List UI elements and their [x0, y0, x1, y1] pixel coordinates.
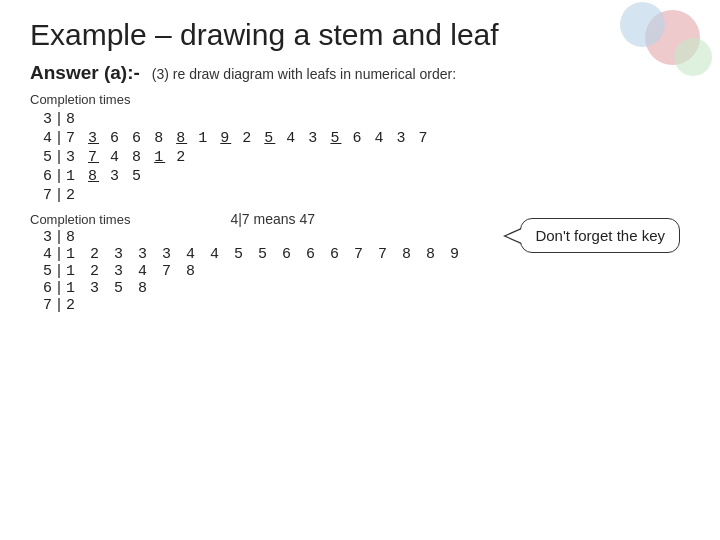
leaf-char: 8	[154, 130, 165, 147]
bar-cell: |	[52, 246, 66, 263]
leaf-char: 1	[66, 168, 77, 185]
table-row: 6|1 8 3 5	[30, 167, 430, 186]
section1: Completion times 3|84|7 3 6 6 8 8 1 9 2 …	[30, 92, 690, 205]
speech-bubble-text: Don't forget the key	[535, 227, 665, 244]
section1-label: Completion times	[30, 92, 690, 107]
leaf-char: 2	[176, 149, 187, 166]
leaf-char: 4	[286, 130, 297, 147]
leaf-char: 9	[220, 130, 231, 147]
stem-cell: 7	[30, 297, 52, 314]
section2-label: Completion times	[30, 212, 130, 227]
leaf-char: 5	[132, 168, 143, 185]
bar-cell: |	[52, 297, 66, 314]
stem-cell: 7	[30, 186, 52, 205]
stem-cell: 3	[30, 110, 52, 129]
leaf-cell: 2	[66, 186, 430, 205]
leaf-char: 3	[66, 149, 77, 166]
leaf-cell: 8	[66, 229, 462, 246]
stem-cell: 4	[30, 129, 52, 148]
bar-cell: |	[52, 167, 66, 186]
leaf-char: 3	[88, 130, 99, 147]
leaf-char: 8	[88, 168, 99, 185]
table-row: 7|2	[30, 186, 430, 205]
bar-cell: |	[52, 280, 66, 297]
deco-circle-green	[674, 38, 712, 76]
table-row: 4|1 2 3 3 3 4 4 5 5 6 6 6 7 7 8 8 9	[30, 246, 462, 263]
leaf-char: 8	[66, 111, 77, 128]
leaf-char: 8	[176, 130, 187, 147]
bar-cell: |	[52, 263, 66, 280]
leaf-char: 4	[374, 130, 385, 147]
table-row: 3|8	[30, 110, 430, 129]
leaf-cell: 1 2 3 3 3 4 4 5 5 6 6 6 7 7 8 8 9	[66, 246, 462, 263]
leaf-char: 4	[110, 149, 121, 166]
section1-table: 3|84|7 3 6 6 8 8 1 9 2 5 4 3 5 6 4 3 75|…	[30, 110, 430, 205]
leaf-char: 5	[264, 130, 275, 147]
table-row: 3|8	[30, 229, 462, 246]
leaf-cell: 1 8 3 5	[66, 167, 430, 186]
table-row: 5|3 7 4 8 1 2	[30, 148, 430, 167]
bar-cell: |	[52, 148, 66, 167]
bar-cell: |	[52, 229, 66, 246]
section2-key: 4|7 means 47	[230, 211, 315, 227]
leaf-char: 2	[66, 187, 77, 204]
leaf-char: 6	[110, 130, 121, 147]
leaf-cell: 3 7 4 8 1 2	[66, 148, 430, 167]
leaf-char: 7	[66, 130, 77, 147]
leaf-char: 3	[308, 130, 319, 147]
table-row: 6|1 3 5 8	[30, 280, 462, 297]
speech-bubble: Don't forget the key	[520, 218, 680, 253]
leaf-char: 2	[242, 130, 253, 147]
page: Example – drawing a stem and leaf Answer…	[0, 0, 720, 540]
leaf-char: 1	[198, 130, 209, 147]
leaf-char: 6	[132, 130, 143, 147]
leaf-cell: 1 3 5 8	[66, 280, 462, 297]
leaf-char: 3	[110, 168, 121, 185]
answer-line: Answer (a):- (3) re draw diagram with le…	[30, 62, 690, 84]
section2-table: 3|84|1 2 3 3 3 4 4 5 5 6 6 6 7 7 8 8 95|…	[30, 229, 462, 314]
stem-cell: 5	[30, 263, 52, 280]
page-title: Example – drawing a stem and leaf	[30, 18, 690, 52]
stem-cell: 4	[30, 246, 52, 263]
stem-cell: 6	[30, 167, 52, 186]
leaf-cell: 8	[66, 110, 430, 129]
leaf-char: 7	[88, 149, 99, 166]
leaf-char: 5	[330, 130, 341, 147]
leaf-char: 8	[132, 149, 143, 166]
answer-label: Answer (a):-	[30, 62, 140, 84]
leaf-char: 3	[396, 130, 407, 147]
leaf-char: 6	[352, 130, 363, 147]
bar-cell: |	[52, 186, 66, 205]
bar-cell: |	[52, 110, 66, 129]
stem-cell: 6	[30, 280, 52, 297]
leaf-cell: 7 3 6 6 8 8 1 9 2 5 4 3 5 6 4 3 7	[66, 129, 430, 148]
stem-cell: 5	[30, 148, 52, 167]
speech-bubble-container: Don't forget the key	[520, 218, 680, 253]
table-row: 4|7 3 6 6 8 8 1 9 2 5 4 3 5 6 4 3 7	[30, 129, 430, 148]
deco-circle-blue	[620, 2, 665, 47]
title-text: Example – drawing a stem and leaf	[30, 18, 499, 51]
table-row: 7|2	[30, 297, 462, 314]
leaf-char: 1	[154, 149, 165, 166]
leaf-cell: 2	[66, 297, 462, 314]
instruction-text: (3) re draw diagram with leafs in numeri…	[152, 66, 456, 82]
leaf-char: 7	[419, 130, 430, 147]
bar-cell: |	[52, 129, 66, 148]
table-row: 5|1 2 3 4 7 8	[30, 263, 462, 280]
stem-cell: 3	[30, 229, 52, 246]
leaf-cell: 1 2 3 4 7 8	[66, 263, 462, 280]
